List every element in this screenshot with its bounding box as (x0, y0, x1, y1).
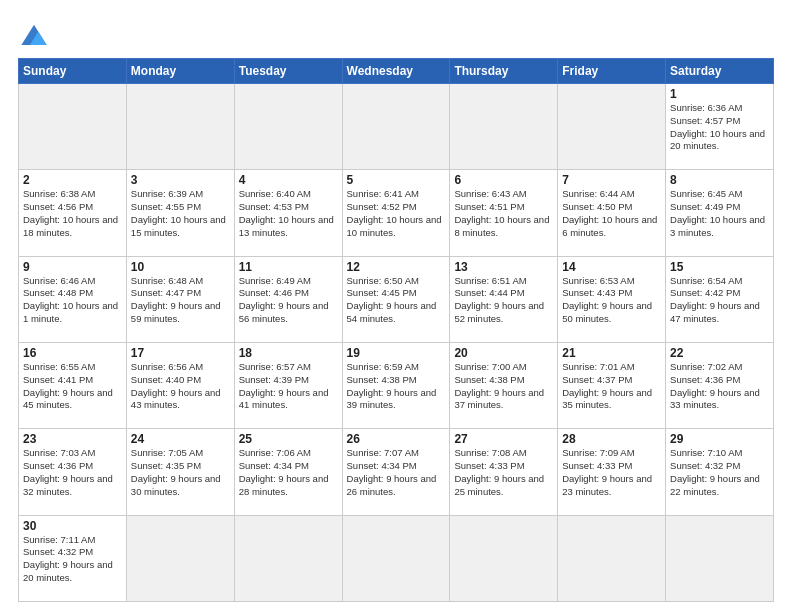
calendar-table: SundayMondayTuesdayWednesdayThursdayFrid… (18, 58, 774, 602)
day-info: Sunrise: 7:06 AM Sunset: 4:34 PM Dayligh… (239, 447, 338, 498)
day-info: Sunrise: 6:38 AM Sunset: 4:56 PM Dayligh… (23, 188, 122, 239)
calendar-cell: 13Sunrise: 6:51 AM Sunset: 4:44 PM Dayli… (450, 256, 558, 342)
day-info: Sunrise: 7:03 AM Sunset: 4:36 PM Dayligh… (23, 447, 122, 498)
day-number: 23 (23, 432, 122, 446)
day-number: 3 (131, 173, 230, 187)
calendar-cell: 24Sunrise: 7:05 AM Sunset: 4:35 PM Dayli… (126, 429, 234, 515)
week-row-2: 2Sunrise: 6:38 AM Sunset: 4:56 PM Daylig… (19, 170, 774, 256)
calendar-cell: 11Sunrise: 6:49 AM Sunset: 4:46 PM Dayli… (234, 256, 342, 342)
calendar-cell (450, 515, 558, 601)
calendar-cell (19, 84, 127, 170)
calendar-cell: 7Sunrise: 6:44 AM Sunset: 4:50 PM Daylig… (558, 170, 666, 256)
logo (18, 18, 54, 48)
day-number: 12 (347, 260, 446, 274)
calendar-cell (342, 515, 450, 601)
calendar-cell: 23Sunrise: 7:03 AM Sunset: 4:36 PM Dayli… (19, 429, 127, 515)
calendar-cell: 26Sunrise: 7:07 AM Sunset: 4:34 PM Dayli… (342, 429, 450, 515)
page: SundayMondayTuesdayWednesdayThursdayFrid… (0, 0, 792, 612)
calendar-cell (126, 515, 234, 601)
day-info: Sunrise: 6:39 AM Sunset: 4:55 PM Dayligh… (131, 188, 230, 239)
calendar-cell: 29Sunrise: 7:10 AM Sunset: 4:32 PM Dayli… (666, 429, 774, 515)
calendar-cell: 8Sunrise: 6:45 AM Sunset: 4:49 PM Daylig… (666, 170, 774, 256)
calendar-cell: 30Sunrise: 7:11 AM Sunset: 4:32 PM Dayli… (19, 515, 127, 601)
calendar-cell (342, 84, 450, 170)
day-info: Sunrise: 7:05 AM Sunset: 4:35 PM Dayligh… (131, 447, 230, 498)
calendar-cell: 6Sunrise: 6:43 AM Sunset: 4:51 PM Daylig… (450, 170, 558, 256)
day-number: 10 (131, 260, 230, 274)
day-info: Sunrise: 6:57 AM Sunset: 4:39 PM Dayligh… (239, 361, 338, 412)
calendar-cell: 4Sunrise: 6:40 AM Sunset: 4:53 PM Daylig… (234, 170, 342, 256)
weekday-header-sunday: Sunday (19, 59, 127, 84)
calendar-cell: 12Sunrise: 6:50 AM Sunset: 4:45 PM Dayli… (342, 256, 450, 342)
day-number: 22 (670, 346, 769, 360)
day-number: 13 (454, 260, 553, 274)
day-number: 8 (670, 173, 769, 187)
day-number: 9 (23, 260, 122, 274)
day-number: 24 (131, 432, 230, 446)
day-info: Sunrise: 7:00 AM Sunset: 4:38 PM Dayligh… (454, 361, 553, 412)
day-info: Sunrise: 6:40 AM Sunset: 4:53 PM Dayligh… (239, 188, 338, 239)
day-info: Sunrise: 6:44 AM Sunset: 4:50 PM Dayligh… (562, 188, 661, 239)
calendar-cell: 27Sunrise: 7:08 AM Sunset: 4:33 PM Dayli… (450, 429, 558, 515)
weekday-header-saturday: Saturday (666, 59, 774, 84)
day-info: Sunrise: 6:51 AM Sunset: 4:44 PM Dayligh… (454, 275, 553, 326)
day-number: 7 (562, 173, 661, 187)
day-number: 19 (347, 346, 446, 360)
day-info: Sunrise: 6:49 AM Sunset: 4:46 PM Dayligh… (239, 275, 338, 326)
calendar-cell: 25Sunrise: 7:06 AM Sunset: 4:34 PM Dayli… (234, 429, 342, 515)
day-number: 5 (347, 173, 446, 187)
day-info: Sunrise: 6:54 AM Sunset: 4:42 PM Dayligh… (670, 275, 769, 326)
day-info: Sunrise: 6:41 AM Sunset: 4:52 PM Dayligh… (347, 188, 446, 239)
day-number: 11 (239, 260, 338, 274)
day-info: Sunrise: 6:55 AM Sunset: 4:41 PM Dayligh… (23, 361, 122, 412)
calendar-cell: 5Sunrise: 6:41 AM Sunset: 4:52 PM Daylig… (342, 170, 450, 256)
weekday-header-row: SundayMondayTuesdayWednesdayThursdayFrid… (19, 59, 774, 84)
calendar-cell: 18Sunrise: 6:57 AM Sunset: 4:39 PM Dayli… (234, 342, 342, 428)
day-info: Sunrise: 6:56 AM Sunset: 4:40 PM Dayligh… (131, 361, 230, 412)
calendar-cell: 28Sunrise: 7:09 AM Sunset: 4:33 PM Dayli… (558, 429, 666, 515)
calendar-cell (234, 515, 342, 601)
week-row-1: 1Sunrise: 6:36 AM Sunset: 4:57 PM Daylig… (19, 84, 774, 170)
day-info: Sunrise: 6:48 AM Sunset: 4:47 PM Dayligh… (131, 275, 230, 326)
calendar-cell (234, 84, 342, 170)
day-info: Sunrise: 6:53 AM Sunset: 4:43 PM Dayligh… (562, 275, 661, 326)
week-row-6: 30Sunrise: 7:11 AM Sunset: 4:32 PM Dayli… (19, 515, 774, 601)
day-number: 20 (454, 346, 553, 360)
calendar-cell (558, 84, 666, 170)
day-number: 15 (670, 260, 769, 274)
day-info: Sunrise: 7:07 AM Sunset: 4:34 PM Dayligh… (347, 447, 446, 498)
calendar-cell: 3Sunrise: 6:39 AM Sunset: 4:55 PM Daylig… (126, 170, 234, 256)
calendar-cell (126, 84, 234, 170)
day-info: Sunrise: 6:50 AM Sunset: 4:45 PM Dayligh… (347, 275, 446, 326)
day-number: 1 (670, 87, 769, 101)
day-info: Sunrise: 7:11 AM Sunset: 4:32 PM Dayligh… (23, 534, 122, 585)
day-number: 25 (239, 432, 338, 446)
calendar-cell: 14Sunrise: 6:53 AM Sunset: 4:43 PM Dayli… (558, 256, 666, 342)
week-row-5: 23Sunrise: 7:03 AM Sunset: 4:36 PM Dayli… (19, 429, 774, 515)
calendar-cell (558, 515, 666, 601)
weekday-header-monday: Monday (126, 59, 234, 84)
day-info: Sunrise: 6:45 AM Sunset: 4:49 PM Dayligh… (670, 188, 769, 239)
calendar-cell: 19Sunrise: 6:59 AM Sunset: 4:38 PM Dayli… (342, 342, 450, 428)
day-info: Sunrise: 7:01 AM Sunset: 4:37 PM Dayligh… (562, 361, 661, 412)
calendar-cell: 15Sunrise: 6:54 AM Sunset: 4:42 PM Dayli… (666, 256, 774, 342)
calendar-cell: 21Sunrise: 7:01 AM Sunset: 4:37 PM Dayli… (558, 342, 666, 428)
day-number: 6 (454, 173, 553, 187)
day-number: 14 (562, 260, 661, 274)
week-row-3: 9Sunrise: 6:46 AM Sunset: 4:48 PM Daylig… (19, 256, 774, 342)
weekday-header-tuesday: Tuesday (234, 59, 342, 84)
logo-icon (18, 20, 50, 48)
day-info: Sunrise: 7:09 AM Sunset: 4:33 PM Dayligh… (562, 447, 661, 498)
day-number: 28 (562, 432, 661, 446)
day-number: 26 (347, 432, 446, 446)
weekday-header-friday: Friday (558, 59, 666, 84)
calendar-cell: 1Sunrise: 6:36 AM Sunset: 4:57 PM Daylig… (666, 84, 774, 170)
header (18, 18, 774, 48)
weekday-header-thursday: Thursday (450, 59, 558, 84)
week-row-4: 16Sunrise: 6:55 AM Sunset: 4:41 PM Dayli… (19, 342, 774, 428)
calendar-cell (666, 515, 774, 601)
day-number: 2 (23, 173, 122, 187)
day-info: Sunrise: 6:59 AM Sunset: 4:38 PM Dayligh… (347, 361, 446, 412)
day-number: 21 (562, 346, 661, 360)
day-info: Sunrise: 6:46 AM Sunset: 4:48 PM Dayligh… (23, 275, 122, 326)
